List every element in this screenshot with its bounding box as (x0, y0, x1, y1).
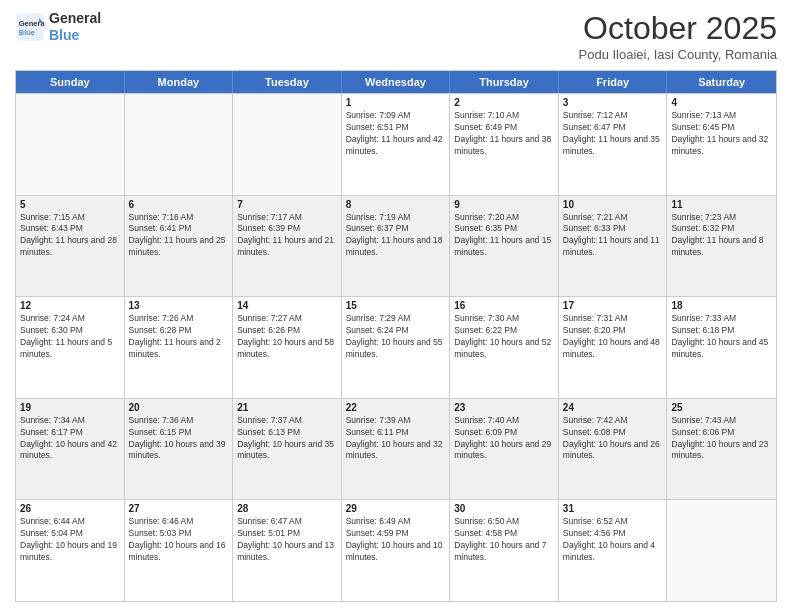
day-info: Sunrise: 7:37 AM Sunset: 6:13 PM Dayligh… (237, 415, 337, 463)
cal-week-4: 19Sunrise: 7:34 AM Sunset: 6:17 PM Dayli… (16, 398, 776, 500)
cal-cell-27: 27Sunrise: 6:46 AM Sunset: 5:03 PM Dayli… (125, 500, 234, 601)
day-info: Sunrise: 7:30 AM Sunset: 6:22 PM Dayligh… (454, 313, 554, 361)
logo-text: General Blue (49, 10, 101, 44)
cal-cell-3: 3Sunrise: 7:12 AM Sunset: 6:47 PM Daylig… (559, 94, 668, 195)
day-info: Sunrise: 7:12 AM Sunset: 6:47 PM Dayligh… (563, 110, 663, 158)
day-number: 21 (237, 402, 337, 413)
cal-header-sunday: Sunday (16, 71, 125, 93)
day-number: 18 (671, 300, 772, 311)
day-number: 8 (346, 199, 446, 210)
cal-cell-1: 1Sunrise: 7:09 AM Sunset: 6:51 PM Daylig… (342, 94, 451, 195)
day-number: 7 (237, 199, 337, 210)
day-info: Sunrise: 6:50 AM Sunset: 4:58 PM Dayligh… (454, 516, 554, 564)
cal-cell-25: 25Sunrise: 7:43 AM Sunset: 6:06 PM Dayli… (667, 399, 776, 500)
cal-cell-6: 6Sunrise: 7:16 AM Sunset: 6:41 PM Daylig… (125, 196, 234, 297)
day-number: 13 (129, 300, 229, 311)
day-info: Sunrise: 7:16 AM Sunset: 6:41 PM Dayligh… (129, 212, 229, 260)
cal-cell-22: 22Sunrise: 7:39 AM Sunset: 6:11 PM Dayli… (342, 399, 451, 500)
day-info: Sunrise: 7:34 AM Sunset: 6:17 PM Dayligh… (20, 415, 120, 463)
header: General Blue General Blue October 2025 P… (15, 10, 777, 62)
cal-cell-20: 20Sunrise: 7:36 AM Sunset: 6:15 PM Dayli… (125, 399, 234, 500)
svg-text:General: General (19, 18, 45, 27)
day-number: 15 (346, 300, 446, 311)
cal-cell-9: 9Sunrise: 7:20 AM Sunset: 6:35 PM Daylig… (450, 196, 559, 297)
day-number: 28 (237, 503, 337, 514)
calendar-header: SundayMondayTuesdayWednesdayThursdayFrid… (16, 71, 776, 93)
cal-header-saturday: Saturday (667, 71, 776, 93)
cal-cell-24: 24Sunrise: 7:42 AM Sunset: 6:08 PM Dayli… (559, 399, 668, 500)
subtitle: Podu Iloaiei, Iasi County, Romania (579, 47, 777, 62)
day-info: Sunrise: 7:24 AM Sunset: 6:30 PM Dayligh… (20, 313, 120, 361)
cal-header-wednesday: Wednesday (342, 71, 451, 93)
day-number: 3 (563, 97, 663, 108)
day-info: Sunrise: 7:19 AM Sunset: 6:37 PM Dayligh… (346, 212, 446, 260)
cal-week-5: 26Sunrise: 6:44 AM Sunset: 5:04 PM Dayli… (16, 499, 776, 601)
day-number: 9 (454, 199, 554, 210)
cal-cell-16: 16Sunrise: 7:30 AM Sunset: 6:22 PM Dayli… (450, 297, 559, 398)
day-info: Sunrise: 7:10 AM Sunset: 6:49 PM Dayligh… (454, 110, 554, 158)
cal-cell-5: 5Sunrise: 7:15 AM Sunset: 6:43 PM Daylig… (16, 196, 125, 297)
day-info: Sunrise: 6:46 AM Sunset: 5:03 PM Dayligh… (129, 516, 229, 564)
calendar: SundayMondayTuesdayWednesdayThursdayFrid… (15, 70, 777, 602)
cal-cell-12: 12Sunrise: 7:24 AM Sunset: 6:30 PM Dayli… (16, 297, 125, 398)
day-number: 6 (129, 199, 229, 210)
day-info: Sunrise: 7:29 AM Sunset: 6:24 PM Dayligh… (346, 313, 446, 361)
day-info: Sunrise: 7:13 AM Sunset: 6:45 PM Dayligh… (671, 110, 772, 158)
cal-header-tuesday: Tuesday (233, 71, 342, 93)
cal-cell-2: 2Sunrise: 7:10 AM Sunset: 6:49 PM Daylig… (450, 94, 559, 195)
day-number: 1 (346, 97, 446, 108)
cal-cell-17: 17Sunrise: 7:31 AM Sunset: 6:20 PM Dayli… (559, 297, 668, 398)
day-info: Sunrise: 7:23 AM Sunset: 6:32 PM Dayligh… (671, 212, 772, 260)
page: General Blue General Blue October 2025 P… (0, 0, 792, 612)
day-number: 30 (454, 503, 554, 514)
day-info: Sunrise: 7:17 AM Sunset: 6:39 PM Dayligh… (237, 212, 337, 260)
cal-cell-empty (233, 94, 342, 195)
cal-cell-empty (16, 94, 125, 195)
day-number: 14 (237, 300, 337, 311)
day-info: Sunrise: 7:43 AM Sunset: 6:06 PM Dayligh… (671, 415, 772, 463)
day-info: Sunrise: 6:47 AM Sunset: 5:01 PM Dayligh… (237, 516, 337, 564)
day-info: Sunrise: 7:15 AM Sunset: 6:43 PM Dayligh… (20, 212, 120, 260)
cal-header-friday: Friday (559, 71, 668, 93)
cal-cell-11: 11Sunrise: 7:23 AM Sunset: 6:32 PM Dayli… (667, 196, 776, 297)
cal-cell-empty (667, 500, 776, 601)
day-info: Sunrise: 6:52 AM Sunset: 4:56 PM Dayligh… (563, 516, 663, 564)
cal-cell-18: 18Sunrise: 7:33 AM Sunset: 6:18 PM Dayli… (667, 297, 776, 398)
cal-cell-15: 15Sunrise: 7:29 AM Sunset: 6:24 PM Dayli… (342, 297, 451, 398)
cal-week-1: 1Sunrise: 7:09 AM Sunset: 6:51 PM Daylig… (16, 93, 776, 195)
cal-cell-7: 7Sunrise: 7:17 AM Sunset: 6:39 PM Daylig… (233, 196, 342, 297)
day-number: 4 (671, 97, 772, 108)
cal-cell-29: 29Sunrise: 6:49 AM Sunset: 4:59 PM Dayli… (342, 500, 451, 601)
day-info: Sunrise: 7:33 AM Sunset: 6:18 PM Dayligh… (671, 313, 772, 361)
logo-icon: General Blue (15, 12, 45, 42)
day-info: Sunrise: 7:21 AM Sunset: 6:33 PM Dayligh… (563, 212, 663, 260)
day-number: 20 (129, 402, 229, 413)
day-number: 12 (20, 300, 120, 311)
cal-week-2: 5Sunrise: 7:15 AM Sunset: 6:43 PM Daylig… (16, 195, 776, 297)
cal-cell-19: 19Sunrise: 7:34 AM Sunset: 6:17 PM Dayli… (16, 399, 125, 500)
day-number: 16 (454, 300, 554, 311)
day-number: 23 (454, 402, 554, 413)
day-info: Sunrise: 7:40 AM Sunset: 6:09 PM Dayligh… (454, 415, 554, 463)
cal-header-thursday: Thursday (450, 71, 559, 93)
cal-cell-31: 31Sunrise: 6:52 AM Sunset: 4:56 PM Dayli… (559, 500, 668, 601)
day-info: Sunrise: 7:26 AM Sunset: 6:28 PM Dayligh… (129, 313, 229, 361)
cal-cell-empty (125, 94, 234, 195)
day-number: 26 (20, 503, 120, 514)
day-number: 10 (563, 199, 663, 210)
day-info: Sunrise: 7:42 AM Sunset: 6:08 PM Dayligh… (563, 415, 663, 463)
day-info: Sunrise: 7:36 AM Sunset: 6:15 PM Dayligh… (129, 415, 229, 463)
logo-line2: Blue (49, 27, 101, 44)
day-info: Sunrise: 7:20 AM Sunset: 6:35 PM Dayligh… (454, 212, 554, 260)
cal-header-monday: Monday (125, 71, 234, 93)
day-number: 29 (346, 503, 446, 514)
day-number: 17 (563, 300, 663, 311)
cal-cell-14: 14Sunrise: 7:27 AM Sunset: 6:26 PM Dayli… (233, 297, 342, 398)
calendar-body: 1Sunrise: 7:09 AM Sunset: 6:51 PM Daylig… (16, 93, 776, 601)
day-number: 24 (563, 402, 663, 413)
day-info: Sunrise: 7:31 AM Sunset: 6:20 PM Dayligh… (563, 313, 663, 361)
logo: General Blue General Blue (15, 10, 101, 44)
day-info: Sunrise: 6:44 AM Sunset: 5:04 PM Dayligh… (20, 516, 120, 564)
day-info: Sunrise: 7:39 AM Sunset: 6:11 PM Dayligh… (346, 415, 446, 463)
svg-text:Blue: Blue (19, 27, 35, 36)
